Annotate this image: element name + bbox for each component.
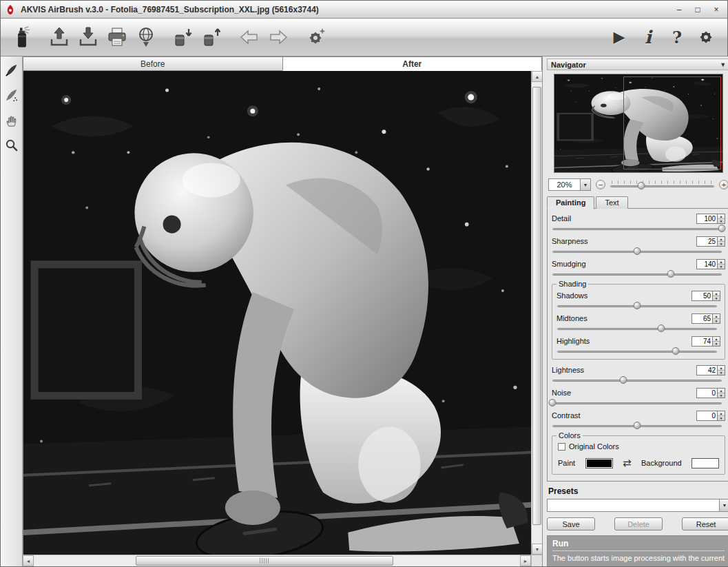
navigator-thumbnail[interactable] <box>554 74 723 173</box>
spin-down-icon[interactable]: ▼ <box>718 242 725 246</box>
parameter-spinbox[interactable]: 50 ▲ ▼ <box>691 291 720 301</box>
spinner-buttons[interactable]: ▲ ▼ <box>717 214 725 223</box>
spinner-buttons[interactable]: ▲ ▼ <box>717 237 725 246</box>
horizontal-scrollbar[interactable]: ◄ ► <box>23 555 542 566</box>
parameter-slider[interactable] <box>552 224 722 234</box>
spin-up-icon[interactable]: ▲ <box>718 237 725 242</box>
open-image-button[interactable] <box>45 21 74 53</box>
vertical-scroll-thumb[interactable] <box>532 87 541 526</box>
slider-thumb[interactable] <box>549 399 557 406</box>
parameter-slider[interactable] <box>552 398 722 409</box>
parameter-spinbox[interactable]: 65 ▲ ▼ <box>691 313 720 324</box>
parameter-spinbox[interactable]: 42 ▲ ▼ <box>696 365 725 375</box>
close-button[interactable]: × <box>709 3 723 16</box>
airbrush-tool-button[interactable] <box>3 62 20 79</box>
navigator-header[interactable]: Navigator ▼ <box>547 59 728 70</box>
spin-up-icon[interactable]: ▲ <box>718 214 725 219</box>
zoom-in-button[interactable]: + <box>719 180 728 189</box>
vertical-scroll-track[interactable] <box>532 82 542 544</box>
collapse-icon[interactable]: ▼ <box>720 61 726 68</box>
horizontal-scroll-thumb[interactable] <box>136 556 393 566</box>
spinner-buttons[interactable]: ▲ ▼ <box>717 411 725 420</box>
parameter-spinbox[interactable]: 100 ▲ ▼ <box>696 214 725 224</box>
spin-up-icon[interactable]: ▲ <box>718 260 725 265</box>
spinner-buttons[interactable]: ▲ ▼ <box>712 314 720 323</box>
spin-down-icon[interactable]: ▼ <box>718 371 725 375</box>
vertical-scrollbar[interactable]: ▲ ▼ <box>531 71 542 555</box>
spin-up-icon[interactable]: ▲ <box>718 366 725 371</box>
undo-icon[interactable] <box>235 21 264 53</box>
spin-down-icon[interactable]: ▼ <box>713 319 720 323</box>
scroll-up-icon[interactable]: ▲ <box>532 71 543 82</box>
spinner-buttons[interactable]: ▲ ▼ <box>712 337 720 346</box>
zoom-slider[interactable] <box>610 180 714 190</box>
original-colors-row[interactable]: Original Colors <box>558 442 720 451</box>
spin-up-icon[interactable]: ▲ <box>713 291 720 296</box>
save-preset-button[interactable]: Save <box>547 517 595 530</box>
zoom-tool-button[interactable] <box>3 136 20 153</box>
spin-down-icon[interactable]: ▼ <box>713 296 720 300</box>
background-color-swatch[interactable] <box>691 458 719 468</box>
slider-thumb[interactable] <box>620 376 627 384</box>
tab-painting[interactable]: Painting <box>547 196 594 209</box>
import-presets-button[interactable] <box>169 21 198 53</box>
spin-up-icon[interactable]: ▲ <box>718 411 725 416</box>
scroll-right-icon[interactable]: ► <box>520 555 531 566</box>
redo-icon[interactable] <box>264 21 293 53</box>
help-button[interactable]: ? <box>663 21 691 53</box>
zoom-slider-thumb[interactable] <box>638 182 645 189</box>
horizontal-scroll-track[interactable] <box>34 555 520 566</box>
parameter-slider[interactable] <box>552 421 722 431</box>
parameter-spinbox[interactable]: 140 ▲ ▼ <box>696 259 725 269</box>
spin-down-icon[interactable]: ▼ <box>718 393 725 398</box>
parameter-spinbox[interactable]: 74 ▲ ▼ <box>691 336 720 347</box>
preferences-button[interactable] <box>691 21 720 53</box>
slider-thumb[interactable] <box>634 302 641 309</box>
print-button[interactable] <box>103 21 132 53</box>
parameter-slider[interactable] <box>552 375 722 386</box>
spin-up-icon[interactable]: ▲ <box>713 314 720 319</box>
navigator-view-frame[interactable] <box>623 76 721 169</box>
slider-thumb[interactable] <box>634 247 641 255</box>
parameter-slider[interactable] <box>557 347 717 357</box>
spin-up-icon[interactable]: ▲ <box>713 337 720 342</box>
slider-thumb[interactable] <box>718 225 726 232</box>
hand-tool-button[interactable] <box>3 112 20 128</box>
spinner-buttons[interactable]: ▲ ▼ <box>717 260 725 269</box>
presets-dropdown-icon[interactable]: ▼ <box>719 499 728 511</box>
info-button[interactable]: i <box>634 21 663 53</box>
maximize-button[interactable]: □ <box>691 3 705 16</box>
swap-colors-icon[interactable]: ⇄ <box>623 457 632 469</box>
run-button[interactable]: ▶ <box>605 21 634 53</box>
parameter-spinbox[interactable]: 0 ▲ ▼ <box>696 411 725 421</box>
spinner-buttons[interactable]: ▲ ▼ <box>717 389 725 398</box>
tab-after[interactable]: After <box>282 56 543 71</box>
parameter-spinbox[interactable]: 25 ▲ ▼ <box>696 236 725 247</box>
spin-down-icon[interactable]: ▼ <box>718 219 725 223</box>
original-colors-checkbox[interactable] <box>558 443 565 451</box>
recovery-brush-tool-button[interactable] <box>3 87 20 103</box>
spinner-buttons[interactable]: ▲ ▼ <box>717 366 725 375</box>
title-bar[interactable]: AKVIS AirBrush v.3.0 - Fotolia_76987451_… <box>1 1 727 19</box>
spin-down-icon[interactable]: ▼ <box>718 265 725 269</box>
spin-down-icon[interactable]: ▼ <box>713 342 720 346</box>
presets-combobox[interactable]: ▼ <box>547 499 728 512</box>
paint-color-swatch[interactable] <box>585 458 613 468</box>
minimize-button[interactable]: – <box>672 3 686 16</box>
parameter-slider[interactable] <box>557 301 717 311</box>
parameter-slider[interactable] <box>552 269 722 280</box>
spin-down-icon[interactable]: ▼ <box>718 416 725 420</box>
slider-thumb[interactable] <box>657 324 665 332</box>
slider-thumb[interactable] <box>672 347 679 355</box>
spinner-buttons[interactable]: ▲ ▼ <box>712 291 720 300</box>
save-image-button[interactable] <box>74 21 103 53</box>
tab-text[interactable]: Text <box>596 196 627 209</box>
zoom-out-button[interactable]: − <box>596 180 605 189</box>
slider-thumb[interactable] <box>667 270 675 278</box>
scroll-down-icon[interactable]: ▼ <box>532 544 543 555</box>
batch-processing-button[interactable] <box>301 21 330 53</box>
parameter-slider[interactable] <box>557 324 717 334</box>
parameter-slider[interactable] <box>552 247 722 257</box>
export-presets-button[interactable] <box>198 21 227 53</box>
delete-preset-button[interactable]: Delete <box>614 517 663 530</box>
